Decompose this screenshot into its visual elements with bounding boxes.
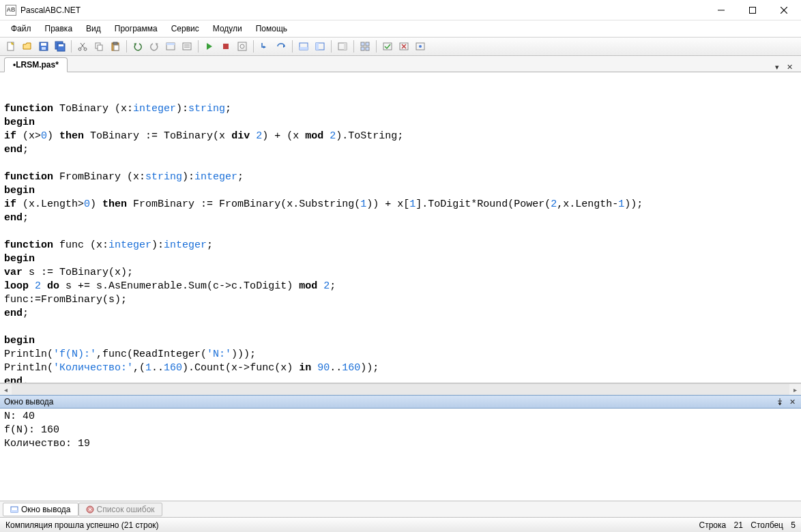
status-line-value: 21 [734,520,743,530]
code-editor[interactable]: function ToBinary (x:integer):string;beg… [0,72,801,383]
toolbar-separator [71,40,72,53]
tool-icon-1[interactable] [164,40,177,53]
menu-program[interactable]: Программа [108,22,164,35]
svg-rect-18 [113,42,117,44]
cut-icon[interactable] [76,40,89,53]
tool-icon-5[interactable] [413,40,427,53]
panel-icon-1[interactable] [297,40,310,53]
menu-service[interactable]: Сервис [164,22,206,35]
minimize-button[interactable] [705,0,737,20]
menu-edit[interactable]: Правка [38,22,80,35]
svg-rect-35 [366,42,369,46]
errors-tab-icon [86,505,94,514]
output-panel-title: Окно вывода [4,397,772,407]
menu-help[interactable]: Помощь [249,22,294,35]
svg-rect-22 [183,43,191,50]
svg-rect-33 [344,43,347,50]
output-tab-icon [10,505,18,514]
titlebar: AB PascalABC.NET [0,0,801,20]
panel-icon-3[interactable] [336,40,349,53]
toolbar-separator [376,40,377,53]
svg-rect-25 [223,44,229,49]
menu-view[interactable]: Вид [79,22,108,35]
run-icon[interactable] [203,40,216,53]
scroll-track[interactable] [12,384,789,395]
window-controls [705,0,800,20]
app-icon: AB [5,5,16,16]
svg-rect-45 [11,510,18,512]
tab-dropdown-icon[interactable]: ▾ [772,62,782,72]
svg-rect-7 [42,47,46,50]
errors-tab-label: Список ошибок [97,505,155,514]
close-button[interactable] [768,0,800,20]
svg-rect-21 [166,43,175,45]
maximize-button[interactable] [737,0,768,20]
svg-rect-6 [41,43,46,46]
status-col-label: Столбец [751,520,783,530]
step-into-icon[interactable] [258,40,272,53]
status-line-label: Строка [699,520,726,530]
save-all-icon[interactable] [53,40,67,53]
toolbar-separator [353,40,354,53]
redo-icon[interactable] [147,40,161,53]
window-title: PascalABC.NET [20,5,705,15]
open-file-icon[interactable] [20,40,34,53]
svg-rect-1 [750,7,756,13]
save-icon[interactable] [37,40,50,53]
tool-icon-2[interactable] [180,40,194,53]
toolbar-separator [198,40,199,53]
menu-file[interactable]: Файл [4,22,38,35]
svg-rect-10 [59,44,63,46]
close-panel-icon[interactable]: ✕ [787,397,797,407]
tabbar: •LRSM.pas* ▾ ✕ [0,56,801,72]
svg-point-43 [419,45,422,48]
menubar: Файл Правка Вид Программа Сервис Модули … [0,20,801,37]
panel-icon-2[interactable] [313,40,327,53]
new-file-icon[interactable] [4,40,18,53]
svg-rect-19 [114,45,119,50]
toolbar-separator [253,40,254,53]
svg-rect-16 [98,45,102,50]
svg-rect-26 [238,42,246,50]
editor-area: function ToBinary (x:integer):string;beg… [0,72,801,383]
output-panel-header: Окно вывода ✕ [0,395,801,409]
scroll-right-icon[interactable]: ▸ [789,384,801,396]
svg-rect-29 [300,47,308,50]
status-message: Компиляция прошла успешно (21 строк) [5,520,699,530]
toolbar-separator [292,40,293,53]
status-col-value: 5 [791,520,796,530]
toolbar-separator [126,40,127,53]
svg-rect-38 [383,43,392,50]
tab-close-icon[interactable]: ✕ [785,62,794,72]
scroll-left-icon[interactable]: ◂ [0,384,12,396]
svg-rect-34 [361,42,364,46]
svg-rect-31 [316,43,319,50]
menu-modules[interactable]: Модули [206,22,249,35]
stop-icon[interactable] [219,40,233,53]
output-panel-body[interactable]: N: 40 f(N): 160 Количество: 19 [0,409,801,501]
svg-point-27 [240,44,244,48]
undo-icon[interactable] [131,40,145,53]
pin-icon[interactable] [775,397,785,407]
copy-icon[interactable] [92,40,106,53]
grid-icon[interactable] [358,40,372,53]
output-tab[interactable]: Окно вывода [3,503,78,516]
svg-rect-37 [366,47,369,50]
bottom-tabs: Окно вывода Список ошибок [0,501,801,517]
step-over-icon[interactable] [274,40,288,53]
file-tab[interactable]: •LRSM.pas* [4,57,68,72]
compile-icon[interactable] [235,40,249,53]
horizontal-scrollbar[interactable]: ◂ ▸ [0,383,801,395]
statusbar: Компиляция прошла успешно (21 строк) Стр… [0,517,801,532]
toolbar [0,37,801,56]
output-tab-label: Окно вывода [21,505,71,514]
errors-tab[interactable]: Список ошибок [78,503,162,516]
tool-icon-3[interactable] [381,40,394,53]
svg-rect-36 [361,47,364,50]
tool-icon-4[interactable] [397,40,411,53]
toolbar-separator [331,40,332,53]
paste-icon[interactable] [108,40,122,53]
